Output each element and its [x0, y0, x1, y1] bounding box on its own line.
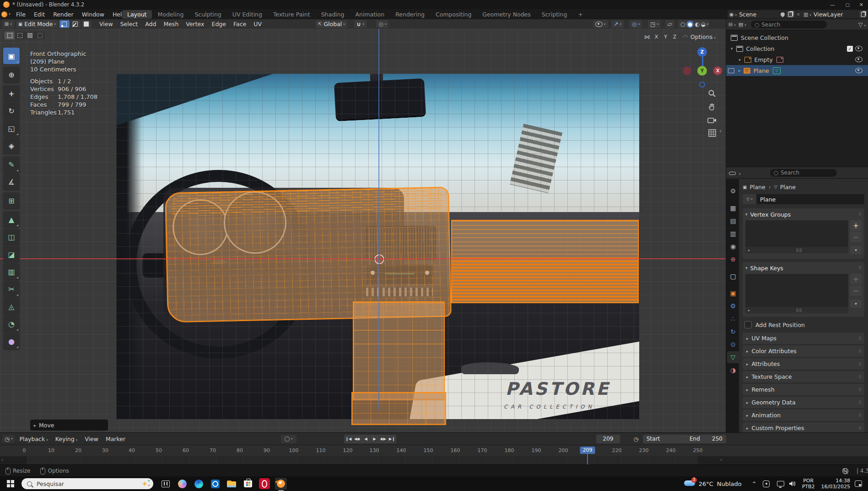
gizmo-axis-z-neg[interactable] — [699, 82, 705, 87]
vertex-groups-header[interactable]: ▾ Vertex Groups ⠿ — [745, 210, 862, 218]
tool-bevel[interactable]: ◪ — [3, 246, 20, 262]
outliner-display-mode-icon[interactable]: ⊟ — [728, 22, 736, 27]
timeline-menu-keying[interactable]: Keying — [52, 436, 81, 442]
tab-modifiers[interactable]: ⚙ — [727, 300, 739, 312]
collection-expander[interactable]: ▾ — [731, 46, 733, 51]
transform-orientation-dropdown[interactable]: ⇱Global — [316, 20, 347, 28]
face-select-mode-button[interactable] — [81, 20, 92, 28]
play-button[interactable]: ▶ — [370, 435, 379, 443]
menu-window[interactable]: Window — [78, 9, 108, 19]
edge-icon[interactable] — [193, 478, 205, 490]
workspace-add-button[interactable]: + — [573, 10, 588, 19]
scene-icon[interactable]: ◉ — [729, 11, 737, 17]
tab-view-layer[interactable]: ▥ — [727, 228, 739, 240]
maximize-button[interactable]: ▢ — [846, 2, 850, 7]
timeline-menu-marker[interactable]: Marker — [102, 436, 129, 442]
scroll-left-arrow[interactable]: › — [1, 457, 3, 462]
timeline-track[interactable]: › ‹ — [0, 456, 868, 465]
tab-tool[interactable]: ⚙ — [727, 185, 739, 197]
view-layer-selector[interactable]: ViewLayer — [814, 11, 843, 18]
teams-tray-icon[interactable] — [760, 478, 772, 490]
timeline-editor-type-icon[interactable]: ◷ — [2, 435, 15, 443]
tool-measure[interactable]: ∡ — [3, 174, 20, 190]
current-frame-badge[interactable]: 209 — [580, 447, 595, 454]
section-color-attributes[interactable]: ▸Color Attributes⠿ — [743, 345, 864, 357]
collection-checkbox[interactable]: ✓ — [847, 46, 853, 52]
list-grip[interactable]: ⣿⣿ — [796, 308, 803, 312]
network-tray-icon[interactable] — [775, 478, 787, 490]
zoom-icon[interactable] — [708, 89, 716, 98]
outlook-icon[interactable] — [209, 478, 221, 490]
weather-icon[interactable]: 3 — [684, 480, 695, 487]
tool-scale[interactable]: ◱ — [3, 120, 20, 136]
properties-editor-icon[interactable] — [729, 169, 741, 176]
mesh-data-dropdown-icon[interactable]: ▽ — [743, 194, 756, 204]
play-reverse-button[interactable]: ◀ — [361, 435, 370, 443]
tool-select-box[interactable]: ▣ — [3, 48, 20, 64]
mirror-y-button[interactable]: Y — [661, 33, 670, 40]
section-texture-space[interactable]: ▸Texture Space⠿ — [743, 371, 864, 382]
mesh-name-field[interactable]: Plane — [756, 194, 864, 204]
camera-view-icon[interactable] — [707, 117, 717, 124]
properties-search-input[interactable]: ○Search — [770, 169, 837, 177]
gizmo-axis-y[interactable]: Y — [697, 66, 707, 76]
gizmo-axis-x[interactable]: X — [713, 66, 722, 75]
tab-render[interactable]: ▦ — [727, 202, 739, 214]
tray-chevron-icon[interactable]: ⌃ — [752, 480, 757, 487]
shading-wireframe-icon[interactable]: ○ — [679, 21, 686, 28]
jump-to-end-button[interactable]: ▶❙ — [388, 435, 396, 443]
playhead-line[interactable] — [587, 453, 588, 465]
clock[interactable]: 14:3816/03/2025 — [821, 478, 850, 490]
mirror-x-button[interactable]: X — [652, 33, 661, 40]
tab-world[interactable]: ⊕ — [727, 253, 739, 265]
gizmo-axis-x-neg[interactable] — [683, 66, 691, 75]
opera-icon[interactable] — [259, 478, 270, 490]
scene-selector[interactable]: Scene — [739, 11, 756, 18]
mode-dropdown[interactable]: ▣Edit Mode — [16, 20, 58, 28]
tab-particles[interactable]: ∴ — [727, 313, 739, 325]
tool-rotate[interactable]: ↻ — [3, 103, 20, 119]
collection-visibility-eye-icon[interactable] — [855, 46, 863, 51]
list-filter-expander[interactable]: ▸ — [748, 308, 750, 312]
toggle-xray-icon[interactable]: ▱ — [665, 20, 674, 28]
copilot-icon[interactable] — [176, 478, 188, 490]
tool-poly-build[interactable]: ◬ — [3, 298, 20, 315]
menu-select[interactable]: Select — [117, 21, 142, 27]
volume-tray-icon[interactable] — [787, 478, 798, 490]
operator-panel[interactable]: ▸Move — [30, 420, 108, 431]
workspace-tab-uv-editing[interactable]: UV Editing — [227, 10, 267, 19]
shading-solid-icon[interactable]: ● — [686, 21, 694, 28]
tool-cursor-3d[interactable]: ⊕ — [3, 66, 20, 83]
select-subtract-icon[interactable] — [25, 32, 35, 39]
shape-keys-header[interactable]: ▾ Shape Keys ⠿ — [745, 264, 862, 272]
new-view-layer-icon[interactable] — [859, 11, 867, 17]
microsoft-store-icon[interactable] — [242, 478, 254, 490]
outliner-search-input[interactable]: ○Search — [751, 21, 827, 28]
mirror-z-button[interactable]: Z — [670, 33, 679, 40]
workspace-tab-geometry-nodes[interactable]: Geometry Nodes — [477, 10, 535, 19]
tool-add-cube[interactable]: ⊞ — [3, 192, 20, 209]
select-extend-icon[interactable] — [15, 32, 25, 39]
view-layer-icon[interactable]: ▥ — [803, 11, 811, 17]
tab-physics[interactable]: ↻ — [727, 326, 739, 338]
menu-mesh[interactable]: Mesh — [160, 21, 182, 27]
file-explorer-icon[interactable] — [226, 478, 237, 490]
tool-inset-faces[interactable]: ◫ — [3, 229, 20, 245]
empty-expander[interactable]: ▸ — [739, 57, 741, 62]
jump-to-start-button[interactable]: ❙◀ — [344, 435, 353, 443]
prev-keyframe-button[interactable]: ◀◆ — [353, 435, 361, 443]
tab-object-data[interactable]: ▽ — [727, 351, 739, 363]
section-remesh[interactable]: ▸Remesh⠿ — [743, 384, 864, 395]
stopwatch-icon[interactable]: ◷ — [632, 435, 640, 443]
select-set-icon[interactable] — [5, 32, 15, 39]
menu-edge[interactable]: Edge — [208, 21, 230, 27]
symmetry-icon[interactable]: ⋈ — [644, 33, 650, 40]
tab-object[interactable]: ▣ — [727, 287, 739, 299]
frame-end-field[interactable]: End250 — [686, 435, 726, 443]
tool-smooth[interactable]: ● — [3, 333, 20, 349]
timeline-menu-view[interactable]: View — [81, 436, 102, 442]
gizmo-axis-z[interactable]: Z — [697, 47, 707, 57]
workspace-tab-shading[interactable]: Shading — [316, 10, 350, 19]
auto-keying-record-icon[interactable] — [281, 435, 297, 443]
current-frame-field[interactable]: 209 — [596, 435, 620, 443]
